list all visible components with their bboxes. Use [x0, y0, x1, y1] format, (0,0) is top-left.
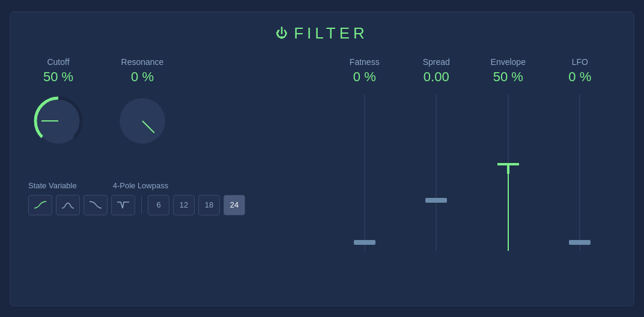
cutoff-knob-container: Cutoff 50 % [28, 57, 88, 151]
lfo-value: 0 % [568, 69, 591, 85]
filter-buttons-row: 6 12 18 24 [28, 195, 317, 215]
fatness-label: Fatness [350, 57, 380, 67]
bottom-controls: State Variable 4-Pole Lowpass [28, 181, 317, 215]
spread-track [436, 94, 437, 251]
envelope-slider[interactable] [496, 94, 520, 251]
spread-value: 0.00 [424, 69, 449, 85]
right-section: Fatness 0 % Spread 0.00 Envelope 50 [317, 57, 616, 294]
page-title: FILTER [294, 24, 368, 43]
lfo-slider-container: LFO 0 % [556, 57, 604, 294]
thumb-t-stem [507, 165, 509, 174]
lfo-track [579, 94, 580, 251]
cutoff-value: 50 % [43, 69, 73, 85]
lfo-thumb[interactable] [569, 240, 591, 245]
header: ⏻ FILTER [28, 24, 616, 43]
cutoff-label: Cutoff [47, 57, 69, 67]
fatness-thumb[interactable] [354, 240, 375, 245]
pole-filter-label: 4-Pole Lowpass [113, 181, 169, 190]
envelope-value: 50 % [493, 69, 523, 85]
envelope-slider-container: Envelope 50 % [484, 57, 532, 294]
thumb-t-bar [497, 163, 519, 165]
filter-type-label: State Variable [28, 181, 77, 190]
spread-label: Spread [423, 57, 450, 67]
pole-12-button[interactable]: 12 [173, 195, 195, 215]
envelope-label: Envelope [491, 57, 526, 67]
filter-panel: ⏻ FILTER Cutoff 50 % Resonance 0 % [10, 11, 634, 306]
resonance-value: 0 % [131, 69, 154, 85]
lfo-label: LFO [572, 57, 588, 67]
shape-bandpass-button[interactable] [56, 195, 80, 215]
fatness-value: 0 % [353, 69, 376, 85]
fatness-slider[interactable] [353, 94, 377, 251]
divider [141, 196, 142, 214]
cutoff-knob[interactable] [28, 91, 88, 151]
lfo-slider[interactable] [568, 94, 592, 251]
resonance-knob-container: Resonance 0 % [112, 57, 172, 151]
spread-slider-container: Spread 0.00 [412, 57, 460, 294]
shape-highpass-button[interactable] [84, 195, 108, 215]
resonance-knob[interactable] [112, 91, 172, 151]
envelope-fill [508, 173, 509, 251]
shape-notch-button[interactable] [111, 195, 135, 215]
pole-24-button[interactable]: 24 [223, 195, 245, 215]
knobs-row: Cutoff 50 % Resonance 0 % [28, 57, 317, 151]
fatness-slider-container: Fatness 0 % [341, 57, 389, 294]
shape-lowpass-button[interactable] [28, 195, 52, 215]
pole-6-button[interactable]: 6 [148, 195, 169, 215]
envelope-thumb[interactable] [497, 163, 519, 174]
resonance-label: Resonance [121, 57, 164, 67]
pole-18-button[interactable]: 18 [198, 195, 220, 215]
power-icon[interactable]: ⏻ [276, 26, 288, 40]
left-section: Cutoff 50 % Resonance 0 % [28, 57, 317, 294]
spread-thumb[interactable] [425, 198, 447, 203]
fatness-track [364, 94, 365, 251]
main-content: Cutoff 50 % Resonance 0 % [28, 57, 616, 294]
filter-labels-row: State Variable 4-Pole Lowpass [28, 181, 317, 190]
spread-slider[interactable] [424, 94, 448, 251]
